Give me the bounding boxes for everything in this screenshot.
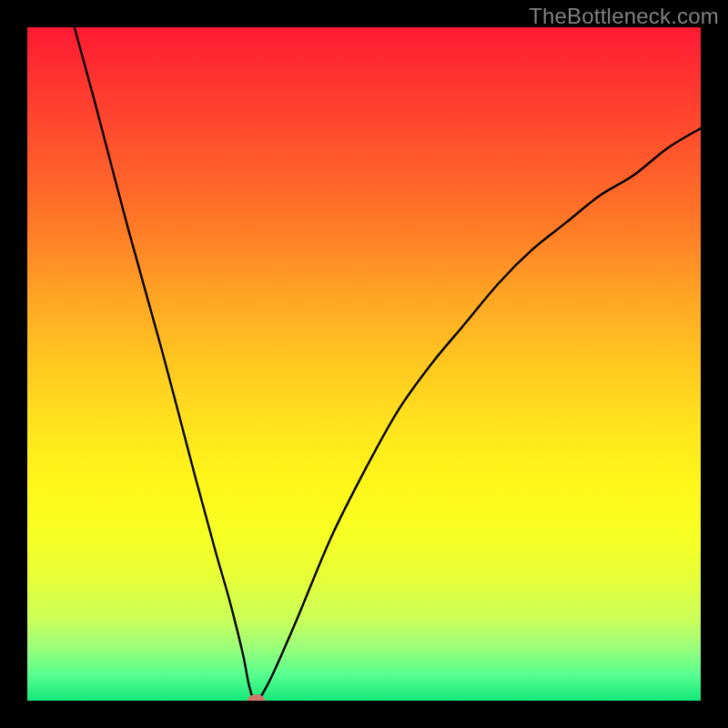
chart-frame: TheBottleneck.com [0,0,728,728]
bottleneck-curve [75,27,701,701]
watermark-text: TheBottleneck.com [529,4,719,29]
chart-svg [27,27,701,701]
plot-area [27,27,701,701]
